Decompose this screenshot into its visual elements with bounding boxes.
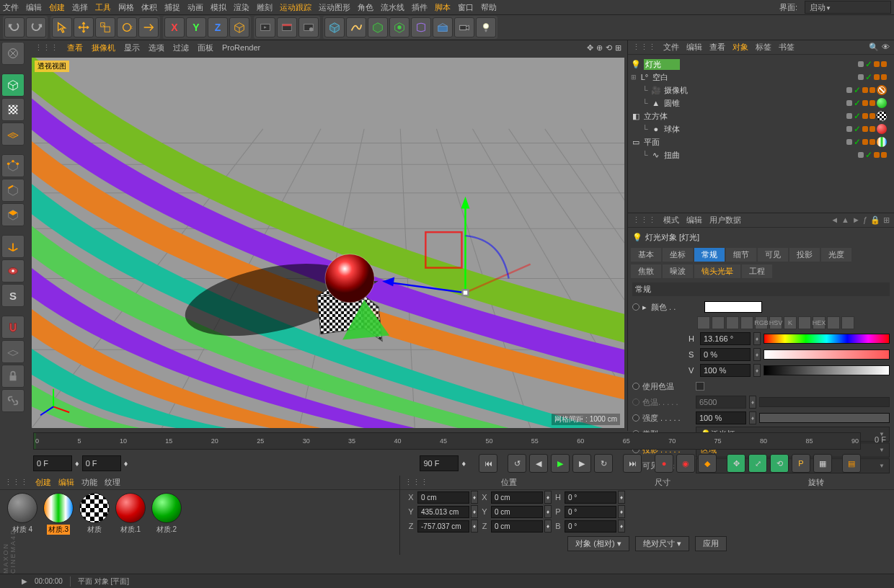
menu-character[interactable]: 角色 xyxy=(358,2,373,13)
autokey-button[interactable]: ◉ xyxy=(676,454,695,473)
menu-select[interactable]: 选择 xyxy=(72,2,88,13)
object-row[interactable]: └∿扭曲✓ xyxy=(631,148,891,161)
step-icon[interactable]: ♦ xyxy=(753,364,761,377)
add-camera-button[interactable] xyxy=(454,17,474,37)
enable-toggle[interactable]: ✓ xyxy=(865,59,872,69)
colormode-button[interactable] xyxy=(712,316,725,329)
vtab-display[interactable]: 显示 xyxy=(124,43,140,53)
colormode-button[interactable]: RGB xyxy=(755,316,768,329)
om-tags[interactable]: 标签 xyxy=(756,42,771,53)
layer-dot[interactable] xyxy=(846,126,852,132)
lock-button[interactable] xyxy=(1,365,25,388)
move-tool[interactable] xyxy=(74,17,94,37)
vis-editor-dot[interactable] xyxy=(862,126,868,132)
colormode-button[interactable] xyxy=(827,316,840,329)
points-mode[interactable] xyxy=(1,154,25,177)
colormode-button[interactable] xyxy=(798,316,811,329)
range-start-input[interactable]: 0 F xyxy=(33,455,72,471)
menu-window[interactable]: 窗口 xyxy=(458,2,474,13)
add-deformer-button[interactable] xyxy=(411,17,431,37)
colormode-button[interactable]: HSV xyxy=(769,316,782,329)
size-input[interactable] xyxy=(491,520,543,533)
tab-shadow[interactable]: 投影 xyxy=(789,248,820,262)
key-pos-button[interactable]: ✥ xyxy=(727,454,745,473)
am-nav-prev-icon[interactable]: ◄ xyxy=(831,215,838,225)
rotation-input[interactable] xyxy=(565,491,616,504)
step-icon[interactable]: ♦ xyxy=(544,505,552,518)
menu-create[interactable]: 创建 xyxy=(49,2,65,13)
am-lock-icon[interactable]: 🔒 xyxy=(870,215,880,225)
timeline-ruler[interactable]: 051015202530354045505560657075808590 0 F xyxy=(33,432,861,450)
last-tool[interactable] xyxy=(138,17,159,37)
step-icon[interactable]: ♦ xyxy=(753,332,761,345)
axis-x-toggle[interactable]: X xyxy=(164,17,185,37)
rotation-input[interactable] xyxy=(565,506,616,518)
enable-toggle[interactable]: ✓ xyxy=(854,137,861,147)
intensity-slider[interactable] xyxy=(759,413,890,423)
anim-radio[interactable] xyxy=(632,383,639,390)
size-mode-dropdown[interactable]: 绝对尺寸 ▾ xyxy=(635,536,689,551)
viewport-canvas[interactable]: 透视视图 网格间距 : 1000 cm xyxy=(32,58,624,428)
am-edit[interactable]: 编辑 xyxy=(686,215,702,226)
axis-y-toggle[interactable]: Y xyxy=(186,17,206,37)
menu-render[interactable]: 渲染 xyxy=(234,2,249,13)
goto-start-button[interactable]: ⏮ xyxy=(479,454,497,473)
material-tag[interactable] xyxy=(877,137,887,147)
coord-system[interactable] xyxy=(229,17,249,37)
vis-render-dot[interactable] xyxy=(869,87,875,93)
mm-create[interactable]: 创建 xyxy=(35,477,51,488)
redo-button[interactable] xyxy=(26,17,46,37)
menu-volume[interactable]: 体积 xyxy=(141,2,157,13)
om-file[interactable]: 文件 xyxy=(663,42,679,53)
link-button[interactable] xyxy=(1,389,25,412)
om-eye-icon[interactable]: 👁 xyxy=(882,43,890,52)
enable-toggle[interactable]: ✓ xyxy=(854,111,861,121)
menu-sculpt[interactable]: 雕刻 xyxy=(257,2,273,13)
key-param-button[interactable]: P xyxy=(792,454,810,473)
vis-editor-dot[interactable] xyxy=(874,74,880,80)
vis-editor-dot[interactable] xyxy=(874,61,880,67)
layer-dot[interactable] xyxy=(846,113,852,119)
vis-render-dot[interactable] xyxy=(881,152,887,158)
add-spline-button[interactable] xyxy=(346,17,366,37)
vtab-options[interactable]: 选项 xyxy=(149,43,164,53)
vis-render-dot[interactable] xyxy=(869,126,875,132)
tab-basic[interactable]: 基本 xyxy=(631,248,661,262)
position-input[interactable] xyxy=(417,491,469,504)
workplane-mode[interactable] xyxy=(1,122,25,146)
menu-file[interactable]: 文件 xyxy=(3,2,19,13)
menu-script[interactable]: 脚本 xyxy=(435,2,451,13)
enable-toggle[interactable]: ✓ xyxy=(854,124,861,134)
enable-toggle[interactable]: ✓ xyxy=(865,150,872,160)
next-key-button[interactable]: ↻ xyxy=(594,454,613,473)
vis-editor-dot[interactable] xyxy=(862,87,868,93)
scale-tool[interactable] xyxy=(95,17,115,37)
menu-plugins[interactable]: 插件 xyxy=(412,2,428,13)
colormode-button[interactable] xyxy=(841,316,854,329)
tab-general[interactable]: 常规 xyxy=(694,248,725,262)
vis-editor-dot[interactable] xyxy=(862,139,868,145)
object-row[interactable]: └▲圆锥✓ xyxy=(631,97,891,110)
object-row[interactable]: ▭平面✓ xyxy=(631,135,891,148)
tab-lensflare[interactable]: 镜头光晕 xyxy=(694,264,740,278)
am-userdata[interactable]: 用户数据 xyxy=(709,215,741,226)
vis-render-dot[interactable] xyxy=(869,139,875,145)
vis-editor-dot[interactable] xyxy=(874,152,880,158)
sat-slider[interactable] xyxy=(764,349,890,360)
render-pv-button[interactable] xyxy=(277,17,297,37)
add-generator2-button[interactable] xyxy=(389,17,410,37)
menu-mograph[interactable]: 运动图形 xyxy=(319,2,350,13)
render-view-button[interactable] xyxy=(255,17,275,37)
intensity-input[interactable] xyxy=(696,411,746,424)
om-bookmarks[interactable]: 书签 xyxy=(779,42,795,53)
step-icon[interactable]: ♦ xyxy=(471,505,478,518)
layer-dot[interactable] xyxy=(846,100,852,106)
add-environment-button[interactable] xyxy=(433,17,453,37)
step-icon[interactable]: ♦ xyxy=(753,348,761,361)
axis-z-toggle[interactable]: Z xyxy=(208,17,228,37)
material-tag[interactable] xyxy=(877,98,887,108)
step-icon[interactable]: ♦ xyxy=(124,459,128,468)
enable-toggle[interactable]: ✓ xyxy=(865,72,872,82)
keyframe-sel-button[interactable]: ◆ xyxy=(698,454,717,473)
step-icon[interactable]: ♦ xyxy=(544,520,552,533)
